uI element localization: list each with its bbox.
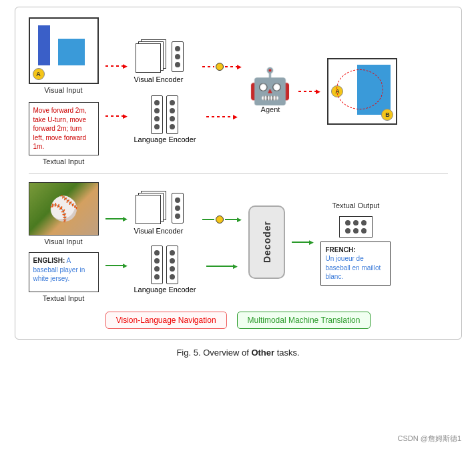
b-final-arrow-head: ▶: [309, 239, 314, 246]
le-d4: [154, 124, 160, 129]
top-arrow2-line-v2: [225, 66, 237, 67]
french-label: FRENCH:: [325, 246, 386, 255]
bottom-photo-wrapper: ⚾ Visual Input: [29, 182, 99, 246]
top-encoders-column: → Visual Encoder: [134, 39, 196, 143]
top-textual-input-box: Move forward 2m, take U-turn, move forwa…: [29, 102, 99, 155]
ve-dot-3: [175, 62, 180, 67]
watermark: CSDN @詹姆斯德1: [397, 434, 461, 444]
bottom-le-wrapper: Language Encoder: [134, 246, 196, 294]
ble-d5: [170, 250, 175, 256]
top-arrow-textual: ▶: [105, 113, 128, 119]
top-arrow-visual-line: [105, 65, 124, 67]
top-final-arrow-line: [298, 91, 317, 92]
bottom-textual-input: ENGLISH: A baseball player in white jers…: [29, 252, 99, 292]
bottom-le-col2: [166, 246, 178, 284]
top-arrow-textual-line: [105, 115, 124, 117]
top-le-label: Language Encoder: [134, 135, 196, 143]
le-d8: [170, 124, 175, 129]
bottom-ve-wrapper: → Visual Encoder: [134, 191, 184, 235]
bottom-textual-wrapper: ENGLISH: A baseball player in white jers…: [29, 252, 99, 302]
output-nodes-box: [339, 216, 373, 238]
bottom-ve-nodes: [172, 193, 184, 223]
ve-dot-1: [175, 46, 180, 51]
bottom-textual-input-label: Textual Input: [43, 294, 84, 302]
top-textual-input-label: Textual Input: [43, 157, 84, 165]
top-arrow2-head-t: ▶: [233, 113, 238, 120]
le-d1: [154, 100, 160, 105]
top-final-arrow-head: ▶: [316, 88, 320, 95]
english-label: ENGLISH:: [33, 257, 65, 264]
agent-label: Agent: [261, 105, 280, 113]
top-arrow2-visual: ▶: [202, 63, 242, 71]
bottom-encoders: → Visual Encoder: [134, 191, 196, 294]
top-ve-group: →: [134, 39, 184, 74]
bottom-input-col: ⚾ Visual Input ENGLISH: A baseball playe…: [29, 182, 99, 302]
textual-output-column: Textual Output FRENCH:: [320, 199, 391, 286]
top-arrow-visual: ▶: [105, 63, 128, 69]
bottom-arrows-1: ▶ ▶: [105, 195, 128, 289]
ble-d6: [170, 258, 175, 264]
bottom-arrows-2: ▶ ▶: [202, 195, 242, 289]
b-page-layer-3: [136, 195, 161, 224]
top-arrow-to-output: ▶: [298, 88, 320, 95]
french-output-box: FRENCH: Un joueur de baseball en maillot…: [320, 242, 391, 286]
b-arrow2-line-t: [206, 266, 233, 267]
top-section: A Visual Input Move forward 2m, take U-t…: [29, 17, 448, 165]
b-final-arrow-line: [292, 242, 310, 243]
legend-mmt-label: Multimodal Machine Translation: [248, 316, 361, 325]
top-le-nodes-col2: [166, 95, 178, 134]
bve-d2: [175, 205, 180, 211]
out-d4: [345, 228, 350, 234]
robot-icon: 🤖: [248, 69, 292, 103]
ble-d3: [154, 266, 160, 272]
bottom-ve-group: →: [134, 191, 184, 225]
bottom-arrow2-textual: ▶: [206, 263, 238, 270]
legend-row: Vision-Language Navigation Multimodal Ma…: [29, 312, 448, 329]
bottom-le-col1: [151, 246, 163, 284]
le-d3: [154, 116, 160, 121]
bottom-arrow-to-output: ▶: [292, 239, 314, 246]
ble-d2: [154, 258, 160, 264]
nav-dashed-path: [336, 69, 383, 109]
top-arrows-2: ▶ ▶: [202, 41, 242, 141]
french-text: Un joueur de baseball en maillot blanc.: [325, 254, 386, 282]
bottom-yellow-node: [216, 215, 224, 223]
top-le-nodes-col1: [151, 95, 163, 134]
top-textual-content: Move forward 2m, take U-turn, move forwa…: [33, 107, 87, 150]
bottom-le-nodes: [151, 246, 178, 284]
page-layer-3: [136, 43, 161, 73]
decoder-wrapper: Decoder: [248, 205, 285, 279]
legend-nav-label: Vision-Language Navigation: [116, 316, 216, 325]
caption-bold: Other: [251, 348, 274, 358]
ble-d1: [154, 250, 160, 256]
bottom-arrow-textual: ▶: [105, 262, 128, 269]
top-arrows-1: ▶ ▶: [105, 41, 128, 141]
top-agent-box: 🤖 Agent: [248, 69, 292, 113]
ble-d7: [170, 266, 175, 272]
figure-caption: Fig. 5. Overview of Other tasks.: [176, 348, 299, 358]
bve-d3: [175, 213, 180, 219]
top-ve-pages-icon: →: [134, 39, 169, 74]
top-ve-wrapper: → Visual Encoder: [134, 39, 184, 83]
blue-rect-decoration: [58, 39, 85, 65]
b-arrow2-head-t: ▶: [233, 263, 238, 270]
nav-circle-b: B: [381, 109, 393, 121]
bottom-photo-box: ⚾: [29, 182, 99, 236]
top-arrow2-line-v: [202, 66, 214, 67]
out-d6: [361, 228, 367, 234]
top-input-column: A Visual Input Move forward 2m, take U-t…: [29, 17, 99, 165]
bottom-arrow-visual-line: [105, 218, 124, 219]
bottom-visual-input-label: Visual Input: [44, 238, 82, 246]
le-d6: [170, 108, 175, 113]
out-row-1: [345, 220, 367, 225]
top-le-nodes-multi: [151, 95, 178, 134]
bottom-arrow2-visual: ▶: [202, 215, 242, 223]
ble-d8: [170, 274, 175, 280]
diagram-container: A Visual Input Move forward 2m, take U-t…: [15, 7, 462, 340]
circle-a-top: A: [33, 68, 45, 80]
b-arrow2-head-v: ▶: [237, 216, 242, 223]
le-d7: [170, 116, 175, 121]
nav-output-box: A B: [327, 58, 397, 125]
blue-bar-decoration: [38, 25, 50, 65]
section-divider: [29, 173, 448, 175]
